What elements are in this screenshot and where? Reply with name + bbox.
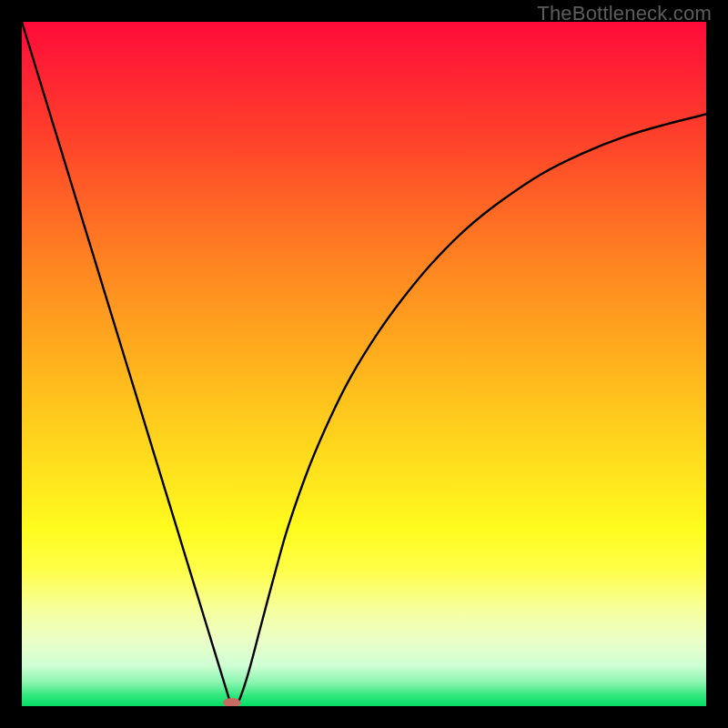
plot-area	[22, 22, 706, 706]
gradient-background	[22, 22, 706, 706]
chart-svg	[22, 22, 706, 706]
chart-frame: TheBottleneck.com	[0, 0, 728, 728]
